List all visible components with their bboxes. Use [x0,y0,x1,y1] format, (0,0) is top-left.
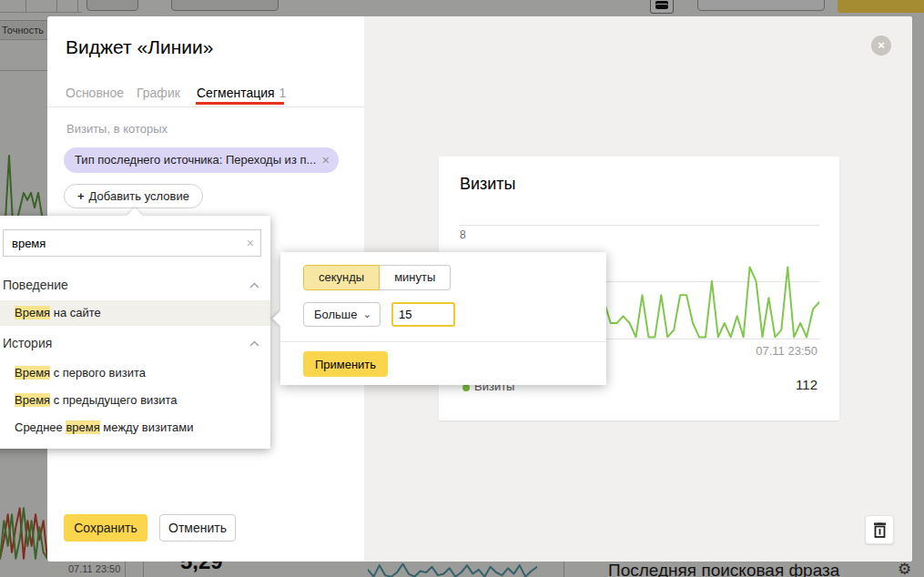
add-condition-label: Добавить условие [89,189,189,203]
dialog-title: Виджет «Линии» [66,36,213,58]
group-history[interactable]: История [0,331,270,355]
group-behavior-title: Поведение [3,278,68,292]
option-text: между визитами [100,420,194,434]
add-condition-button[interactable]: +Добавить условие [64,184,203,208]
chip-remove-icon[interactable]: × [322,147,330,173]
tab-segmentation-count: 1 [279,86,287,100]
legend-series-value: 112 [796,377,817,392]
segment-condition-label: Визиты, в которых [66,122,168,136]
screen: Точность 07.11 23:50 5,29 Последняя поис… [0,0,924,577]
operator-select[interactable]: Больше ⌄ [303,302,381,327]
plus-icon: + [77,189,85,203]
close-icon[interactable]: × [871,35,891,56]
option-time-since-previous-visit[interactable]: Время с предыдущего визита [0,388,270,412]
condition-search: × [3,229,261,257]
group-behavior[interactable]: Поведение [0,273,270,297]
group-history-title: История [3,336,52,350]
option-highlight: Время [15,306,50,319]
chevron-up-icon [249,340,259,347]
legend-dot [462,384,470,391]
option-highlight: Время [15,366,50,380]
option-text: на сайте [50,306,101,319]
option-text: с первого визита [50,366,146,380]
option-time-since-first-visit[interactable]: Время с первого визита [0,360,270,385]
condition-chip-text: Тип последнего источника: Переходы из п.… [75,153,316,167]
operator-value: Больше [314,308,358,321]
chevron-up-icon [249,282,259,288]
chart-title: Визиты [460,175,516,194]
unit-minutes[interactable]: минуты [380,265,451,290]
apply-button[interactable]: Применить [303,351,388,377]
value-popup: секунды минуты Больше ⌄ Применить [280,252,606,385]
condition-dropdown: × Поведение Время на сайте История Время… [0,216,270,449]
threshold-input[interactable] [391,302,455,327]
x-axis-end-label: 07.11 23:50 [756,344,817,358]
chevron-down-icon: ⌄ [363,303,371,326]
tab-chart[interactable]: График [137,86,180,100]
unit-toggle: секунды минуты [303,265,451,290]
option-average-time-between-visits[interactable]: Среднее время между визитами [0,415,270,440]
active-tab-underline [196,102,284,105]
unit-seconds[interactable]: секунды [303,265,380,290]
search-clear-icon[interactable]: × [247,236,254,250]
cancel-button[interactable]: Отменить [159,514,236,542]
tab-segmentation-label: Сегментация [197,86,275,100]
option-highlight: время [66,420,99,434]
save-button[interactable]: Сохранить [64,514,147,542]
popup-divider [280,341,606,342]
condition-search-input[interactable] [4,230,260,256]
condition-chip[interactable]: Тип последнего источника: Переходы из п.… [64,147,339,173]
trash-icon [873,522,887,538]
option-time-on-site[interactable]: Время на сайте [0,300,270,326]
delete-widget-button[interactable] [865,515,894,544]
tab-main[interactable]: Основное [66,86,124,100]
option-text: Среднее [15,420,66,434]
option-highlight: Время [15,393,50,407]
tab-segmentation[interactable]: Сегментация1 [197,86,286,100]
option-text: с предыдущего визита [50,393,177,407]
